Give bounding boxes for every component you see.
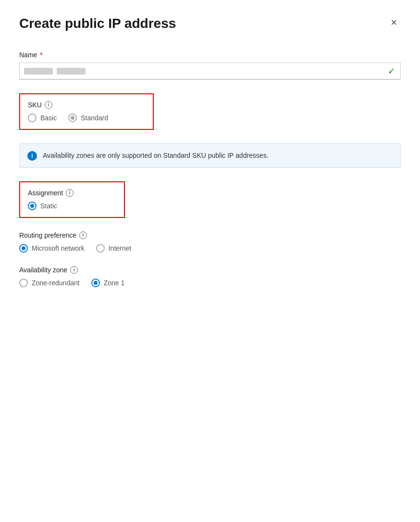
placeholder-block-1 bbox=[24, 68, 53, 75]
assignment-label: Assignment i bbox=[28, 189, 116, 197]
routing-internet-option[interactable]: Internet bbox=[96, 244, 131, 253]
assignment-radio-group: Static bbox=[28, 202, 116, 210]
create-public-ip-panel: Create public IP address × Name * ✓ SKU … bbox=[0, 0, 420, 522]
routing-preference-label: Routing preference i bbox=[19, 231, 401, 239]
sku-standard-radio[interactable] bbox=[68, 114, 77, 122]
valid-checkmark-icon: ✓ bbox=[388, 66, 395, 76]
availability-zone-label: Availability zone i bbox=[19, 266, 401, 274]
sku-radio-group: Basic Standard bbox=[28, 114, 145, 122]
zone-redundant-option[interactable]: Zone-redundant bbox=[19, 279, 80, 287]
routing-microsoft-radio[interactable] bbox=[19, 244, 28, 253]
routing-microsoft-label: Microsoft network bbox=[32, 244, 85, 252]
sku-basic-label: Basic bbox=[40, 114, 57, 122]
assignment-info-icon[interactable]: i bbox=[66, 189, 74, 197]
panel-title: Create public IP address bbox=[19, 15, 176, 32]
routing-preference-section: Routing preference i Microsoft network I… bbox=[19, 231, 401, 253]
assignment-static-label: Static bbox=[40, 202, 57, 210]
zone-redundant-label: Zone-redundant bbox=[32, 279, 80, 287]
panel-header: Create public IP address × bbox=[19, 15, 401, 32]
availability-zone-info-icon[interactable]: i bbox=[70, 266, 78, 274]
close-button[interactable]: × bbox=[387, 15, 401, 30]
sku-basic-option[interactable]: Basic bbox=[28, 114, 57, 122]
sku-standard-label: Standard bbox=[81, 114, 108, 122]
placeholder-block-2 bbox=[57, 68, 86, 75]
sku-basic-radio[interactable] bbox=[28, 114, 37, 122]
sku-info-icon[interactable]: i bbox=[45, 101, 52, 109]
assignment-static-radio[interactable] bbox=[28, 202, 37, 210]
routing-microsoft-option[interactable]: Microsoft network bbox=[19, 244, 85, 253]
zone-redundant-radio[interactable] bbox=[19, 279, 28, 287]
banner-info-icon: i bbox=[27, 151, 37, 161]
availability-zone-section: Availability zone i Zone-redundant Zone … bbox=[19, 266, 401, 287]
name-field-group: Name * ✓ bbox=[19, 51, 401, 80]
sku-standard-option[interactable]: Standard bbox=[68, 114, 108, 122]
required-indicator: * bbox=[40, 51, 42, 59]
routing-internet-radio[interactable] bbox=[96, 244, 105, 253]
zone1-radio[interactable] bbox=[91, 279, 100, 287]
sku-label: SKU i bbox=[28, 101, 145, 109]
name-placeholder-blocks bbox=[24, 68, 86, 75]
routing-internet-label: Internet bbox=[109, 244, 131, 252]
routing-info-icon[interactable]: i bbox=[79, 231, 87, 239]
availability-zones-banner: i Availability zones are only supported … bbox=[19, 143, 401, 168]
zone1-option[interactable]: Zone 1 bbox=[91, 279, 125, 287]
name-label: Name * bbox=[19, 51, 401, 59]
routing-radio-group: Microsoft network Internet bbox=[19, 244, 401, 253]
zone1-label: Zone 1 bbox=[104, 279, 125, 287]
availability-zone-radio-group: Zone-redundant Zone 1 bbox=[19, 279, 401, 287]
sku-section: SKU i Basic Standard bbox=[19, 93, 154, 130]
assignment-static-option[interactable]: Static bbox=[28, 202, 57, 210]
assignment-section: Assignment i Static bbox=[19, 181, 125, 218]
banner-text: Availability zones are only supported on… bbox=[43, 151, 269, 161]
name-input-wrapper: ✓ bbox=[19, 63, 401, 80]
